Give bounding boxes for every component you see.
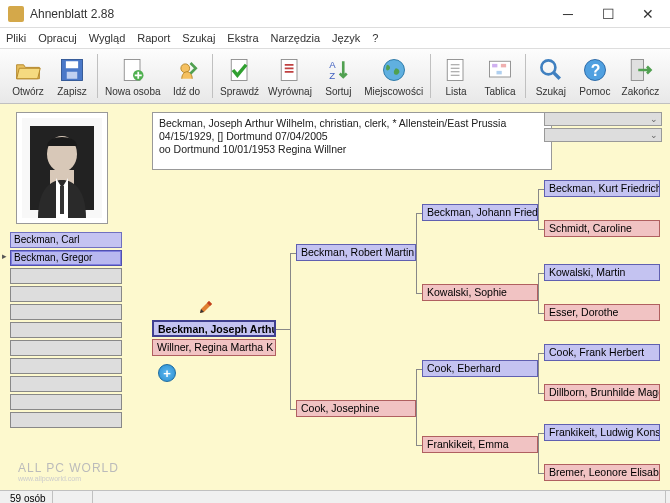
minimize-button[interactable]: ─ — [548, 1, 588, 27]
mgm[interactable]: Frankikeit, Emma — [422, 436, 538, 453]
menu-help[interactable]: ? — [372, 32, 378, 44]
exit-button[interactable]: Zakończ — [617, 51, 664, 101]
align-button[interactable]: Wyrównaj — [264, 51, 317, 101]
save-button[interactable]: Zapisz — [50, 51, 94, 101]
svg-rect-12 — [489, 61, 510, 77]
mggf[interactable]: Cook, Frank Herbert — [544, 344, 660, 361]
tree-line — [416, 369, 422, 370]
chevron-down-icon: ⌄ — [650, 130, 658, 140]
places-button[interactable]: Miejscowości — [360, 51, 427, 101]
list-item-empty[interactable] — [10, 412, 122, 428]
focus-person[interactable]: Beckman, Joseph Arthu — [152, 320, 276, 337]
pggf[interactable]: Beckman, Kurt Friedrich — [544, 180, 660, 197]
person-photo[interactable] — [16, 112, 108, 224]
help-icon: ? — [581, 56, 609, 84]
svg-rect-2 — [67, 71, 78, 78]
mgmgm[interactable]: Bremer, Leonore Elisabeth — [544, 464, 660, 481]
list-icon — [442, 56, 470, 84]
father[interactable]: Beckman, Robert Martin — [296, 244, 416, 261]
sibling-list: Beckman, Carl Beckman, Gregor — [10, 232, 122, 430]
exit-icon — [626, 56, 654, 84]
tree-line — [538, 273, 539, 313]
menu-raport[interactable]: Raport — [137, 32, 170, 44]
pgm[interactable]: Kowalski, Sophie — [422, 284, 538, 301]
help-button[interactable]: ? Pomoc — [573, 51, 617, 101]
list-item-empty[interactable] — [10, 394, 122, 410]
right-slot-1[interactable]: ⌄ — [544, 112, 662, 126]
menubar: Pliki Opracuj Wygląd Raport Szukaj Ekstr… — [0, 28, 670, 48]
svg-rect-14 — [501, 63, 506, 67]
status-cell — [93, 491, 666, 503]
tree-line — [538, 229, 544, 230]
tree-canvas[interactable]: Beckman, Joseph Arthur Wilhelm, christia… — [0, 104, 670, 490]
menu-opracuj[interactable]: Opracuj — [38, 32, 77, 44]
menu-narzedzia[interactable]: Narzędzia — [271, 32, 321, 44]
add-button[interactable]: + — [158, 364, 176, 382]
toolbar-separator — [97, 54, 98, 98]
pgmgm[interactable]: Esser, Dorothe — [544, 304, 660, 321]
svg-point-5 — [180, 63, 189, 72]
mggm[interactable]: Dillborn, Brunhilde Magd — [544, 384, 660, 401]
svg-text:A: A — [330, 59, 337, 70]
list-item-empty[interactable] — [10, 376, 122, 392]
toolbar-separator — [525, 54, 526, 98]
new-person-button[interactable]: Nowa osoba — [101, 51, 165, 101]
toolbar-separator — [430, 54, 431, 98]
check-button[interactable]: Sprawdź — [215, 51, 263, 101]
menu-szukaj[interactable]: Szukaj — [182, 32, 215, 44]
pencil-icon[interactable] — [198, 299, 214, 315]
list-item-empty[interactable] — [10, 286, 122, 302]
menu-jezyk[interactable]: Język — [332, 32, 360, 44]
list-item-empty[interactable] — [10, 322, 122, 338]
tree-line — [538, 189, 539, 229]
tree-line — [276, 329, 290, 330]
tree-line — [538, 433, 539, 473]
search-button[interactable]: Szukaj — [529, 51, 573, 101]
list-item-empty[interactable] — [10, 358, 122, 374]
spouse[interactable]: Willner, Regina Martha K — [152, 339, 276, 356]
mgf[interactable]: Cook, Eberhard — [422, 360, 538, 377]
pgmgf[interactable]: Kowalski, Martin — [544, 264, 660, 281]
toolbar: Otwórz Zapisz Nowa osoba Idź do Sprawdź … — [0, 48, 670, 104]
menu-ekstra[interactable]: Ekstra — [227, 32, 258, 44]
sort-icon: AZ — [324, 56, 352, 84]
info-line1: Beckman, Joseph Arthur Wilhelm, christia… — [159, 117, 545, 143]
toolbar-separator — [212, 54, 213, 98]
mgmgf[interactable]: Frankikeit, Ludwig Konst — [544, 424, 660, 441]
tree-line — [290, 409, 296, 410]
right-slot-2[interactable]: ⌄ — [544, 128, 662, 142]
tree-line — [538, 353, 539, 393]
menu-pliki[interactable]: Pliki — [6, 32, 26, 44]
list-item-empty[interactable] — [10, 268, 122, 284]
svg-rect-7 — [281, 59, 297, 80]
close-button[interactable]: ✕ — [628, 1, 668, 27]
board-button[interactable]: Tablica — [478, 51, 522, 101]
svg-rect-24 — [60, 186, 64, 214]
maximize-button[interactable]: ☐ — [588, 1, 628, 27]
list-button[interactable]: Lista — [434, 51, 478, 101]
svg-rect-15 — [496, 70, 501, 74]
menu-wyglad[interactable]: Wygląd — [89, 32, 126, 44]
tree-line — [416, 369, 417, 445]
pggm[interactable]: Schmidt, Caroline — [544, 220, 660, 237]
goto-button[interactable]: Idź do — [165, 51, 209, 101]
tree-line — [290, 253, 291, 409]
open-button[interactable]: Otwórz — [6, 51, 50, 101]
svg-text:Z: Z — [330, 69, 336, 80]
list-item-selected[interactable]: Beckman, Gregor — [10, 250, 122, 266]
selection-arrow-icon: ▸ — [2, 251, 7, 261]
list-item-empty[interactable] — [10, 340, 122, 356]
board-icon — [486, 56, 514, 84]
mother[interactable]: Cook, Josephine — [296, 400, 416, 417]
tree-line — [416, 293, 422, 294]
sort-button[interactable]: AZ Sortuj — [316, 51, 360, 101]
tree-line — [416, 213, 417, 293]
check-icon — [226, 56, 254, 84]
list-item-empty[interactable] — [10, 304, 122, 320]
list-item[interactable]: Beckman, Carl — [10, 232, 122, 248]
info-line2: oo Dortmund 10/01/1953 Regina Willner — [159, 143, 545, 156]
svg-point-16 — [541, 60, 555, 74]
chevron-down-icon: ⌄ — [650, 114, 658, 124]
align-icon — [276, 56, 304, 84]
pgf[interactable]: Beckman, Johann Friedrich — [422, 204, 538, 221]
